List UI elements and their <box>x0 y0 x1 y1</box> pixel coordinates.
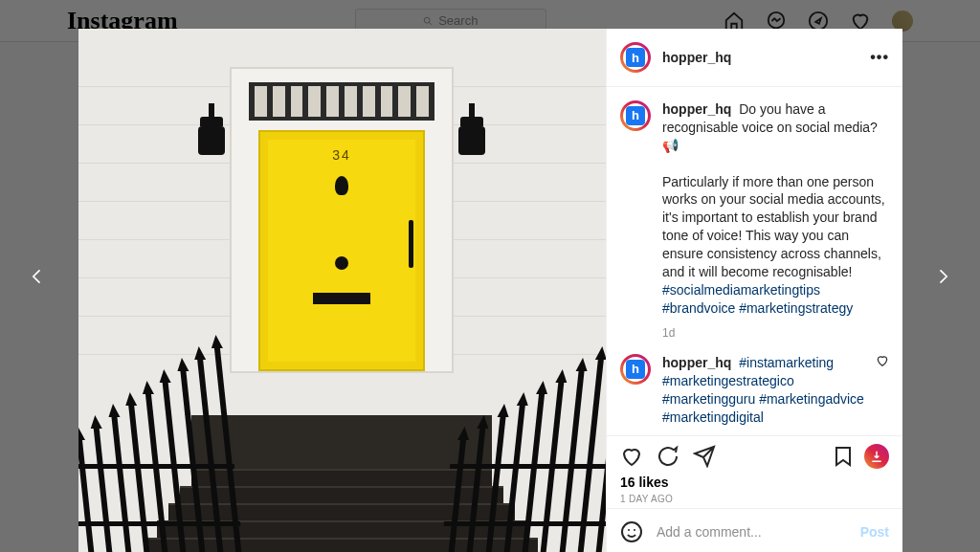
chevron-right-icon <box>933 267 952 286</box>
post-comment-button[interactable]: Post <box>860 524 889 540</box>
comment-button[interactable] <box>657 445 679 468</box>
caption-avatar[interactable]: h <box>620 100 651 131</box>
post-modal: 34 h hopper_hq ••• h hopper_hq Do you ha… <box>78 29 902 552</box>
comment-avatar[interactable]: h <box>620 354 651 385</box>
heart-outline-icon <box>876 354 889 367</box>
comment-username[interactable]: hopper_hq <box>662 355 731 370</box>
more-options-button[interactable]: ••• <box>870 49 889 66</box>
svg-point-6 <box>634 529 635 531</box>
caption-time: 1d <box>662 325 889 341</box>
post-header: h hopper_hq ••• <box>607 29 902 87</box>
save-button[interactable] <box>832 445 855 468</box>
caption-username[interactable]: hopper_hq <box>662 101 731 117</box>
post-actions: 16 likes 1 DAY AGO <box>607 435 902 508</box>
fence-right <box>440 325 606 552</box>
comment: h hopper_hq #instamarketing #marketinges… <box>620 354 889 427</box>
post-image[interactable]: 34 <box>78 29 606 552</box>
next-button[interactable] <box>928 262 957 291</box>
svg-point-4 <box>622 522 641 541</box>
prev-button[interactable] <box>23 262 52 291</box>
chevron-left-icon <box>28 267 47 286</box>
fence-left <box>78 325 244 552</box>
author-username[interactable]: hopper_hq <box>662 50 731 65</box>
comment-like-button[interactable] <box>876 354 889 427</box>
share-button[interactable] <box>693 445 716 468</box>
door-number: 34 <box>260 147 423 163</box>
post-panel: h hopper_hq ••• h hopper_hq Do you have … <box>606 29 902 552</box>
author-avatar[interactable]: h <box>620 42 651 73</box>
emoji-icon[interactable] <box>620 520 643 543</box>
post-time: 1 DAY AGO <box>620 494 889 504</box>
caption-body: Particularly if more than one person wor… <box>662 174 885 279</box>
likes-count[interactable]: 16 likes <box>620 475 889 490</box>
add-comment: Post <box>607 508 902 552</box>
like-button[interactable] <box>620 445 643 468</box>
download-badge[interactable] <box>864 444 889 469</box>
door-artwork: 34 <box>258 130 425 371</box>
comment-input[interactable] <box>657 524 860 540</box>
caption-hashtags[interactable]: #socialmediamarketingtips #brandvoice #m… <box>662 282 853 316</box>
post-body: h hopper_hq Do you have a recognisable v… <box>607 87 902 435</box>
caption: h hopper_hq Do you have a recognisable v… <box>620 100 889 318</box>
svg-point-5 <box>628 529 630 531</box>
download-icon <box>870 450 883 463</box>
